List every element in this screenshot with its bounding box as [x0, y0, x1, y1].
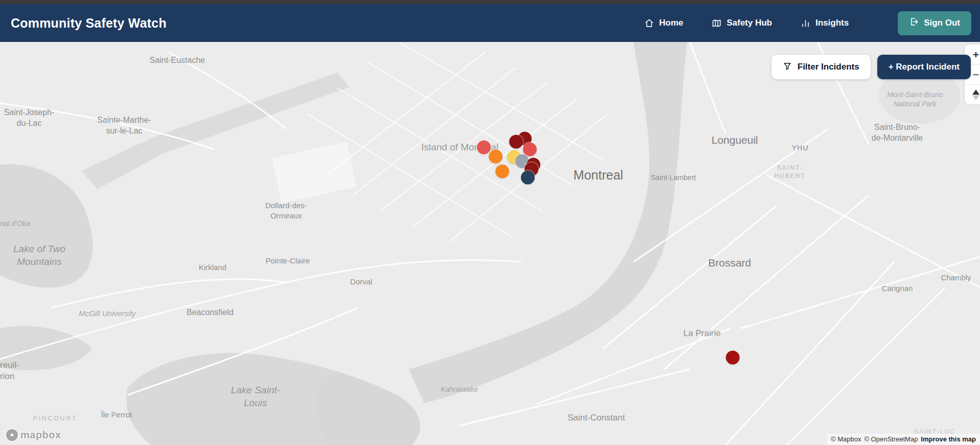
filter-incidents-button[interactable]: Filter Incidents [772, 55, 871, 79]
nav-label-home: Home [659, 18, 683, 28]
pitch-down-icon [972, 95, 979, 100]
sign-out-icon [909, 17, 919, 29]
mapbox-logo-icon: ✦ [6, 429, 18, 441]
map-toolbar: Filter Incidents + Report Incident [772, 55, 971, 79]
filter-incidents-label: Filter Incidents [798, 62, 859, 72]
nav-item-home[interactable]: Home [644, 18, 683, 28]
nav-label-insights: Insights [815, 18, 849, 28]
nav-item-insights[interactable]: Insights [801, 18, 849, 28]
attribution-mapbox-link[interactable]: © Mapbox [831, 435, 861, 443]
app-title: Community Safety Watch [11, 16, 167, 31]
report-incident-button[interactable]: + Report Incident [877, 55, 971, 79]
map-attribution: © Mapbox © OpenStreetMap Improve this ma… [827, 434, 980, 445]
attribution-osm-link[interactable]: © OpenStreetMap [864, 435, 918, 443]
incident-marker[interactable] [489, 150, 503, 164]
incident-marker[interactable] [477, 141, 491, 154]
mapbox-logo[interactable]: ✦ mapbox [6, 429, 61, 441]
bar-chart-icon [801, 18, 810, 28]
incident-marker[interactable] [496, 165, 509, 179]
mapbox-logo-text: mapbox [20, 429, 61, 441]
incident-marker[interactable] [509, 135, 523, 149]
sign-out-button[interactable]: Sign Out [898, 11, 971, 35]
home-icon [644, 18, 654, 28]
incident-marker[interactable] [523, 143, 537, 157]
pitch-up-icon [972, 90, 979, 95]
improve-this-map-link[interactable]: Improve this map [921, 435, 976, 443]
nav-label-safety-hub: Safety Hub [727, 18, 772, 28]
main-nav: Home Safety Hub Insights Sign Out [644, 11, 971, 35]
map-canvas[interactable]: Saint-EustacheSaint-Joseph- du-LacSainte… [0, 42, 980, 445]
map-artwork [0, 42, 980, 445]
funnel-icon [783, 61, 792, 73]
pitch-toggle-button[interactable] [965, 84, 980, 104]
app-header: Community Safety Watch Home Safety Hub I… [0, 4, 980, 42]
nav-item-safety-hub[interactable]: Safety Hub [712, 18, 772, 28]
map-icon [712, 18, 721, 28]
incident-marker[interactable] [521, 171, 535, 185]
top-strip [0, 0, 980, 4]
incident-marker[interactable] [726, 351, 740, 365]
sign-out-label: Sign Out [924, 18, 960, 28]
